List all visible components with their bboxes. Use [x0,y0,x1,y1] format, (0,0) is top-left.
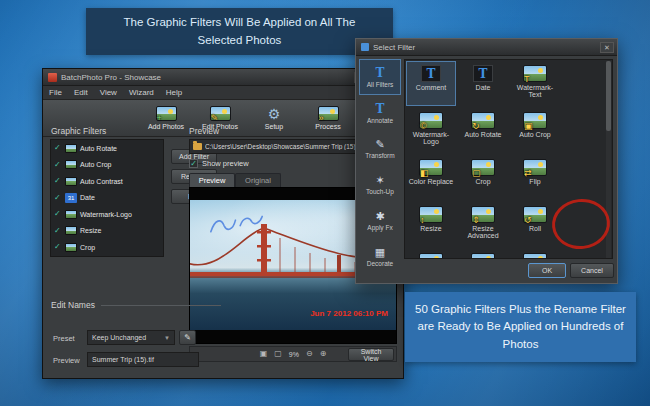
apply-fx-icon: ✱ [375,211,384,222]
graphic-filters-heading: Graphic Filters [51,126,106,136]
color-replace-icon: ◧ [419,159,443,176]
edit-names-heading: Edit Names [51,300,95,310]
filter-tile-watermark-text[interactable]: T Watermark-Text [510,61,560,106]
chevron-down-icon: ▼ [164,335,170,341]
check-icon: ✓ [54,194,62,202]
scrollbar-thumb[interactable] [606,61,611,131]
calendar-icon: 31 [65,193,77,203]
category-transform[interactable]: ✎ Transform [359,131,401,167]
filter-tile-date[interactable]: T Date [458,61,508,106]
date-stamp-text: Jun 7 2012 06:10 PM [310,309,388,318]
dialog-close-button[interactable]: ✕ [600,42,614,53]
tab-original[interactable]: Original [235,173,281,187]
app-icon [48,73,57,82]
filter-tile-comment[interactable]: T Comment [406,61,456,106]
filter-item-crop[interactable]: ✓ Crop [51,239,163,256]
show-preview-toggle[interactable]: ✓ Show preview [189,159,249,168]
batchphoto-window: BatchPhoto Pro - Showcase – ▢ ✕ File Edi… [42,68,404,379]
filter-tile-auto-crop[interactable]: ▣ Auto Crop [510,108,560,153]
filter-tile-resize[interactable]: ↕ Resize [406,202,456,247]
category-annotate[interactable]: T Annotate [359,95,401,131]
resize-advanced-icon: ⇕ [471,206,495,223]
window-title: BatchPhoto Pro - Showcase [61,73,352,82]
filter-tile-rotate[interactable]: ↻ Rotate [406,249,456,259]
decorate-icon: ▦ [375,247,385,258]
process-button[interactable]: » Process [305,106,351,130]
fit-view-icon[interactable]: ▣ [260,350,268,358]
auto-rotate-icon: ↻ [471,112,495,129]
filter-item-auto-contrast[interactable]: ✓ Auto Contrast [51,173,163,190]
filter-tile-auto-rotate[interactable]: ↻ Auto Rotate [458,108,508,153]
menu-file[interactable]: File [43,88,68,97]
filter-tile-flip[interactable]: ⇄ Flip [510,155,560,200]
watermark-logo-icon [65,210,77,219]
menu-wizard[interactable]: Wizard [123,88,160,97]
check-icon: ✓ [54,161,62,169]
filter-item-auto-crop[interactable]: ✓ Auto Crop [51,157,163,174]
folder-icon [193,143,202,150]
filter-item-watermark-logo[interactable]: ✓ Watermark-Logo [51,206,163,223]
tab-preview[interactable]: Preview [189,173,235,187]
auto-crop-icon [65,160,77,169]
zoom-out-icon[interactable]: ⊖ [306,350,313,358]
filter-tile-auto-contrast[interactable]: ◐ Auto Contrast [510,249,560,259]
dialog-icon [361,43,369,51]
callout-bottom: 50 Graphic Filters Plus the Rename Filte… [405,292,636,362]
window-titlebar[interactable]: BatchPhoto Pro - Showcase – ▢ ✕ [43,69,403,86]
auto-crop-icon: ▣ [523,112,547,129]
all-filters-icon: T [376,67,385,79]
dialog-titlebar[interactable]: Select Filter ✕ [356,39,617,56]
menu-view[interactable]: View [94,88,123,97]
filter-tile-crop[interactable]: ▢ Crop [458,155,508,200]
category-touch-up[interactable]: ✶ Touch-Up [359,167,401,203]
filter-tile-watermark-logo[interactable]: © Watermark-Logo [406,108,456,153]
filter-item-resize[interactable]: ✓ Resize [51,223,163,240]
zoom-level: 9% [289,351,299,358]
filter-grid: T Comment T Date T Watermark-Text © Wate… [404,59,613,259]
crop-icon: ▢ [471,159,495,176]
preview-controls: ▣ ▢ 9% ⊖ ⊕ Switch View [189,346,397,362]
resize-icon [65,226,77,235]
dialog-title: Select Filter [373,43,598,52]
process-icon: » [318,106,339,121]
check-icon: ✓ [54,227,62,235]
roll-icon: ↺ [523,206,547,223]
category-apply-fx[interactable]: ✱ Apply Fx [359,203,401,239]
zoom-in-icon[interactable]: ⊕ [320,350,327,358]
filter-item-date[interactable]: ✓ 31 Date [51,190,163,207]
auto-rotate-icon [65,144,77,153]
watermark-text-icon: T [523,65,547,82]
watermark-logo-icon: © [419,112,443,129]
preset-dropdown[interactable]: Keep Unchanged ▼ [87,330,175,345]
menu-help[interactable]: Help [160,88,188,97]
filter-tile-thumbnail[interactable]: ▦ Thumbnail [458,249,508,259]
divider [101,305,221,306]
transform-icon: ✎ [375,139,384,150]
cancel-button[interactable]: Cancel [570,263,614,278]
callout-top: The Graphic Filters Will Be Applied on A… [86,8,393,55]
annotate-icon: T [376,103,385,115]
thumbnail-icon: ▦ [471,253,495,259]
setup-button[interactable]: ⚙ Setup [251,106,297,130]
grid-scrollbar[interactable] [606,61,611,259]
actual-size-icon[interactable]: ▢ [274,350,282,358]
flip-icon: ⇄ [523,159,547,176]
preset-edit-button[interactable]: ✎ [179,330,196,345]
comment-icon: T [421,65,441,82]
auto-contrast-icon [65,177,77,186]
filter-tile-roll[interactable]: ↺ Roll [510,202,560,247]
filter-tile-resize-advanced[interactable]: ⇕ Resize Advanced [458,202,508,247]
menu-edit[interactable]: Edit [68,88,94,97]
switch-view-button[interactable]: Switch View [348,348,394,361]
preset-label: Preset [53,334,75,343]
add-photos-button[interactable]: + Add Photos [143,106,189,130]
category-all-filters[interactable]: T All Filters [359,59,401,95]
date-icon: T [473,65,493,82]
filter-tile-color-replace[interactable]: ◧ Color Replace [406,155,456,200]
checkbox-checked-icon[interactable]: ✓ [189,159,198,168]
filter-item-auto-rotate[interactable]: ✓ Auto Rotate [51,140,163,157]
category-decorate[interactable]: ▦ Decorate [359,239,401,275]
ok-button[interactable]: OK [528,263,566,278]
crop-icon [65,243,77,252]
add-photos-icon: + [156,106,177,121]
